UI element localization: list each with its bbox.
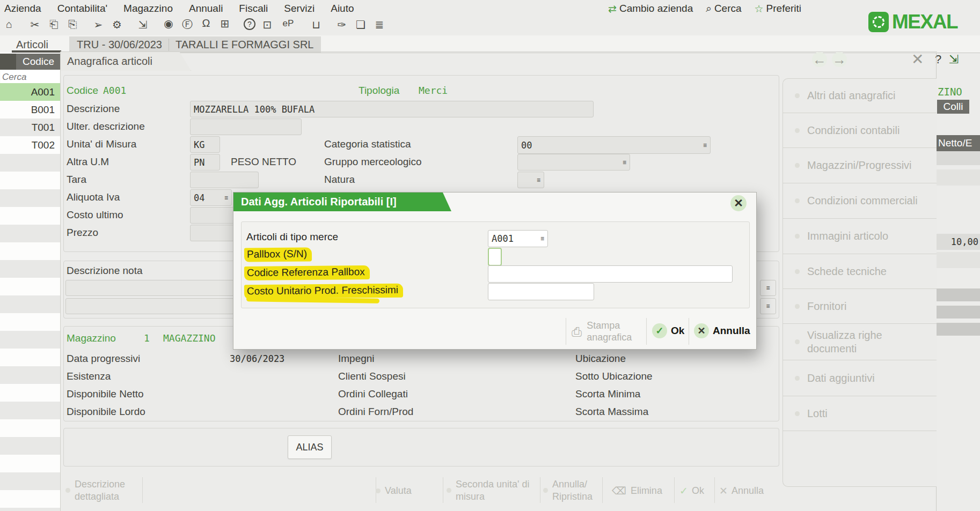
cambio-azienda-button[interactable]: ⇄ Cambio azienda: [608, 3, 693, 15]
dialog-annulla-button[interactable]: ✕ Annulla: [694, 323, 750, 338]
stampa-anagrafica-button[interactable]: ⎙ Stampa anagrafica: [572, 320, 643, 343]
paste-icon[interactable]: ⎗: [47, 18, 61, 31]
menu-magazzino[interactable]: Magazzino: [123, 3, 173, 14]
pallbox-checkbox[interactable]: [488, 248, 502, 266]
nota-menu-button-2[interactable]: ≡: [760, 298, 776, 314]
descrizione-input[interactable]: MOZZARELLA 100% BUFALA: [190, 101, 594, 117]
close-icon: ✕: [734, 197, 743, 210]
window-title-tab: Anagrafica articoli: [60, 51, 191, 71]
altra-um-input[interactable]: PN: [190, 154, 220, 171]
articoli-tipo-merce-input[interactable]: A001 ≡: [488, 230, 548, 247]
menu-contabilita[interactable]: Contabilita': [57, 3, 107, 14]
tara-input[interactable]: [190, 172, 259, 188]
dropdown-menu-icon[interactable]: ≡: [623, 159, 626, 166]
annulla-button-bottom[interactable]: ✕ Annulla: [719, 485, 764, 497]
dropdown-menu-icon[interactable]: ≡: [224, 195, 228, 201]
codice-referenza-pallbox-input[interactable]: [488, 265, 733, 283]
table-row: [937, 151, 980, 165]
sidebar-item-lotti[interactable]: Lotti: [783, 396, 937, 431]
menu-azienda[interactable]: Azienda: [4, 3, 41, 14]
ok-button-bottom[interactable]: ✓ Ok: [679, 485, 704, 497]
menu-servizi[interactable]: Servizi: [284, 3, 315, 14]
dialog-footer-separator: [646, 318, 647, 345]
camera-icon[interactable]: ◉: [162, 17, 175, 32]
gruppo-merceologico-input[interactable]: ≡: [517, 154, 630, 171]
dropdown-menu-icon[interactable]: ≡: [703, 142, 707, 149]
sidebar-item-schede-tecniche[interactable]: Schede tecniche: [783, 254, 937, 289]
menu-aiuto[interactable]: Aiuto: [331, 3, 354, 14]
descrizione-dettagliata-button[interactable]: Descrizione dettagliata: [65, 478, 138, 502]
function-keys-icon[interactable]: Ⓕ: [180, 17, 194, 32]
copy-icon[interactable]: ⎘: [65, 18, 79, 31]
list-header-codice[interactable]: Codice: [16, 54, 67, 70]
ulter-descrizione-input[interactable]: [190, 119, 302, 135]
cart-icon[interactable]: ⊔: [309, 18, 323, 31]
list-item-b001[interactable]: B001: [0, 101, 60, 119]
tags-icon[interactable]: ❏: [354, 18, 368, 31]
pallbox-label: Pallbox (S/N): [244, 247, 312, 262]
dialog-ok-button[interactable]: ✓ Ok: [652, 323, 684, 338]
table-row: [937, 288, 980, 301]
preferiti-button[interactable]: ☆ Preferiti: [755, 3, 802, 15]
dialog-close-button[interactable]: ✕: [730, 195, 747, 211]
costo-unitario-freschissimi-input[interactable]: [488, 283, 594, 300]
help-icon[interactable]: ?: [244, 18, 255, 30]
list-item-t001[interactable]: T001: [0, 119, 60, 136]
select-pointer-icon[interactable]: ➢: [91, 18, 105, 31]
categoria-statistica-input[interactable]: 00 ≡: [517, 136, 711, 154]
cut-icon[interactable]: ✂: [28, 18, 42, 31]
ep-services-icon[interactable]: eP: [279, 18, 297, 31]
list-search-input[interactable]: [1, 71, 59, 84]
check-icon: ✓: [652, 323, 667, 338]
sidebar-item-fornitori[interactable]: Fornitori: [783, 289, 937, 324]
valuta-button[interactable]: Valuta: [376, 485, 412, 497]
annulla-ripristina-button[interactable]: Annulla/ Ripristina: [543, 478, 602, 502]
aliquota-iva-input[interactable]: 04 ≡: [190, 189, 232, 206]
display-settings-icon[interactable]: ⚙: [110, 18, 124, 31]
elimina-button[interactable]: ⌫ Elimina: [612, 485, 662, 497]
sign-icon[interactable]: ✑: [335, 18, 349, 31]
sidebar-item-visualizza-righe[interactable]: Visualizza righe documenti: [783, 324, 937, 360]
screen-compress-icon[interactable]: ⇲: [949, 53, 959, 66]
list-item-a001[interactable]: A001: [0, 83, 60, 101]
dropdown-menu-icon[interactable]: ≡: [537, 177, 540, 183]
menu-fiscali[interactable]: Fiscali: [239, 3, 268, 14]
cerca-label: Cerca: [714, 3, 742, 14]
nota-menu-button-1[interactable]: ≡: [760, 280, 776, 296]
dropdown-menu-icon[interactable]: ≡: [540, 235, 544, 242]
magazzino-number: 1: [144, 332, 150, 344]
nav-forward-circle[interactable]: →: [832, 52, 847, 67]
card-icon[interactable]: ⊡: [260, 18, 274, 31]
menu-annuali[interactable]: Annuali: [189, 3, 223, 14]
sidebar-item-condizioni-commerciali[interactable]: Condizioni commerciali: [783, 183, 937, 219]
home-icon[interactable]: ⌂: [2, 18, 16, 31]
sidebar-item-magazzini-progressivi[interactable]: Magazzini/Progressivi: [783, 148, 937, 183]
unita-misura-input[interactable]: KG: [190, 136, 220, 153]
unita-misura-label: Unita' di Misura: [67, 138, 136, 150]
special-chars-icon[interactable]: Ω: [199, 17, 213, 32]
bottom-toolbar-separator: [674, 477, 675, 503]
alias-button[interactable]: ALIAS: [288, 435, 332, 459]
window-close-icon[interactable]: ✕: [911, 50, 924, 68]
compress-icon[interactable]: ⇲: [136, 18, 150, 31]
cerca-button[interactable]: ⌕ Cerca: [706, 3, 741, 14]
table-row: [937, 323, 980, 336]
list-item-t002[interactable]: T002: [0, 136, 60, 154]
sidebar-item-condizioni-contabili[interactable]: Condizioni contabili: [783, 113, 937, 148]
notes-icon[interactable]: ≣: [372, 18, 386, 31]
trash-icon: ⌫: [612, 485, 626, 497]
tab-context[interactable]: TRU - 30/06/2023 TARALLI E FORMAGGI SRL: [69, 36, 321, 53]
sidebar-item-immagini-articolo[interactable]: Immagini articolo: [783, 219, 937, 254]
magazzino-name: MAGAZZINO: [163, 332, 216, 344]
calculator-icon[interactable]: ⊞: [218, 17, 232, 32]
natura-input[interactable]: ≡: [517, 172, 544, 188]
descrizione-value: MOZZARELLA 100% BUFALA: [194, 104, 315, 115]
sidebar-item-dati-aggiuntivi[interactable]: Dati aggiuntivi: [783, 360, 937, 396]
seconda-unita-button[interactable]: Seconda unita' di misura: [447, 478, 531, 502]
sidebar-label: Condizioni commerciali: [807, 194, 918, 208]
alias-panel: [63, 428, 779, 466]
sidebar-item-altri-dati[interactable]: Altri dati anagrafici: [783, 79, 937, 113]
sidebar-label: Immagini articolo: [807, 229, 888, 243]
codice-label: Codice: [67, 85, 98, 97]
nav-back-circle[interactable]: ←: [812, 52, 827, 67]
